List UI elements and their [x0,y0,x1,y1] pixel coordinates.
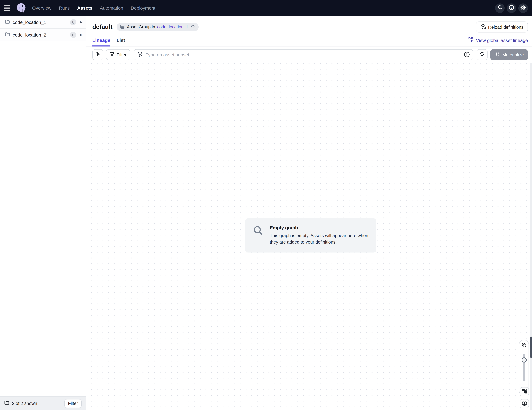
asset-subset-search [133,49,473,60]
code-location-link[interactable]: code_location_1 [157,25,188,29]
folder-icon [5,19,10,26]
nav-links: Overview Runs Assets Automation Deployme… [32,5,155,10]
zoom-slider[interactable] [519,351,529,384]
sidebar-filter-button[interactable]: Filter [64,399,82,408]
settings-button[interactable] [518,3,528,13]
reload-definitions-button[interactable]: Reload definitions [476,22,528,32]
asset-count-badge: 0 [70,32,76,38]
nav-item-overview[interactable]: Overview [32,5,51,10]
materialize-button[interactable]: Materialize [490,49,528,60]
badge-text: Asset Group in [127,25,155,29]
app-window: Overview Runs Assets Automation Deployme… [0,0,532,410]
refresh-icon [479,51,485,58]
chevron-right-icon[interactable]: ▶ [80,33,82,37]
scrollbar-thumb[interactable] [530,336,532,358]
code-location-label: code_location_1 [13,20,67,25]
refresh-icon[interactable] [190,24,195,30]
folder-icon [4,400,9,407]
nav-item-automation[interactable]: Automation [100,5,123,10]
search-button[interactable] [495,3,505,13]
download-graph-button[interactable] [520,399,529,408]
tab-lineage[interactable]: Lineage [92,37,110,46]
reload-definitions-label: Reload definitions [488,24,523,29]
zoom-in-button[interactable] [519,340,529,351]
graph-filter-label: Filter [116,52,126,57]
zoom-slider-knob[interactable] [522,357,527,363]
view-tabs: Lineage List View global asset lineage [86,34,532,47]
settings-gear-icon [520,5,526,11]
collapse-panel-button[interactable] [92,49,103,60]
reload-cube-icon [480,24,486,30]
view-global-asset-lineage-label: View global asset lineage [476,38,528,43]
panel-expand-icon [95,51,100,58]
dagster-logo-icon[interactable] [15,2,28,14]
asset-group-icon [120,24,125,30]
sidebar-footer: 2 of 2 shown Filter [0,396,86,410]
code-location-label: code_location_2 [13,32,67,37]
asset-count-badge: 0 [70,19,76,25]
download-icon [522,400,527,407]
main-panel: default Asset Group in code_location_1 [86,16,532,410]
materialize-label: Materialize [502,52,524,57]
shown-count-label: 2 of 2 shown [12,401,62,406]
graph-filter-button[interactable]: Filter [106,49,130,60]
op-selector-icon [137,52,143,59]
sparkle-icon [494,51,500,58]
help-button[interactable]: ? [507,3,516,13]
empty-graph-description: This graph is empty. Assets will appear … [270,233,370,246]
funnel-icon [110,52,114,58]
fit-graph-button[interactable] [520,387,529,396]
empty-graph-card: Empty graph This graph is empty. Assets … [245,218,376,252]
sidebar-item-code-location-2[interactable]: code_location_2 0 ▶ [0,29,86,41]
lineage-toolbar: Filter [86,47,532,63]
nav-item-deployment[interactable]: Deployment [131,5,155,10]
lineage-graph-icon [468,37,474,43]
chevron-right-icon[interactable]: ▶ [80,20,82,24]
page-title: default [92,23,113,30]
asset-subset-input[interactable] [133,49,473,60]
tab-list[interactable]: List [116,37,125,46]
empty-graph-title: Empty graph [270,225,370,230]
asset-groups-sidebar: code_location_1 0 ▶ code_location_2 0 ▶ … [0,16,86,410]
vertical-scrollbar[interactable] [530,63,532,410]
refresh-graph-button[interactable] [477,49,488,60]
sidebar-item-code-location-1[interactable]: code_location_1 0 ▶ [0,16,86,29]
asset-group-badge: Asset Group in code_location_1 [116,23,199,31]
page-header: default Asset Group in code_location_1 [86,16,532,35]
lineage-graph-canvas[interactable]: Empty graph This graph is empty. Assets … [86,63,532,410]
nav-item-assets[interactable]: Assets [77,5,92,10]
top-nav: Overview Runs Assets Automation Deployme… [0,0,532,16]
svg-text:?: ? [511,6,512,9]
search-icon [497,5,502,11]
zoom-in-icon [521,342,527,349]
nav-item-runs[interactable]: Runs [59,5,70,10]
folder-icon [5,32,10,38]
lineage-graph-icon [522,389,527,395]
info-icon[interactable] [464,52,470,59]
hamburger-menu-icon[interactable] [4,4,12,12]
view-global-asset-lineage-link[interactable]: View global asset lineage [468,37,528,46]
magnifier-icon [253,225,264,246]
help-icon: ? [509,5,514,11]
